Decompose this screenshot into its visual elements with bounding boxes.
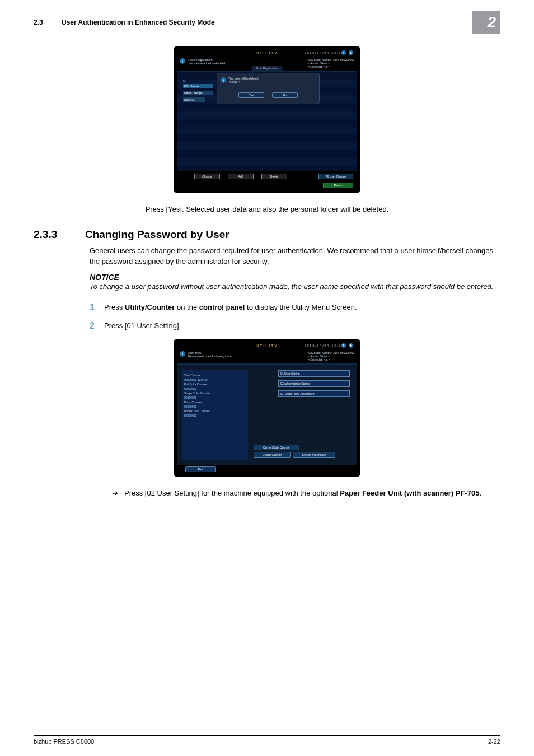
yes-button[interactable]: Yes <box>238 92 264 98</box>
printer-total-label: Printer Total Counter <box>184 409 246 413</box>
substep: Press [02 User Setting] for the machine … <box>112 488 500 499</box>
counter-panel: Total Counter 00000000 10/04/04 Full Col… <box>182 370 248 460</box>
help-icon[interactable]: ? <box>341 343 346 348</box>
black-value: 00000000 <box>184 405 246 408</box>
section-number: 2.3 <box>34 18 43 26</box>
subsection-title: Changing Password by User <box>85 228 229 240</box>
intro-paragraph: General users can change the password re… <box>90 245 500 267</box>
utility-title: UTILITY <box>256 344 278 348</box>
serial-label: M/C Serial Number: <box>308 351 332 354</box>
step-1: Press Utility/Counter on the control pan… <box>90 302 500 313</box>
footer-page: 2-22 <box>488 738 500 745</box>
exit-button[interactable]: Exit <box>185 466 216 472</box>
next-all-tag[interactable]: Next All <box>183 97 205 102</box>
details-counter-button[interactable]: Details Counter <box>254 452 291 458</box>
key-icon[interactable]: ✦ <box>349 50 353 55</box>
body-area: Total Counter 00000000 10/04/04 Full Col… <box>177 365 357 465</box>
info-icon: i <box>180 351 185 357</box>
no-button[interactable]: No <box>272 92 298 98</box>
subsection-heading: 2.3.3Changing Password by User <box>34 228 500 241</box>
notice-heading: NOTICE <box>90 273 500 282</box>
context-desc: User can be added and edited <box>188 62 225 65</box>
datetime: 2010/04/04 14:00 <box>305 51 344 54</box>
touch-panel-adjustment-button[interactable]: 03 Touch Panel Adjustment <box>278 390 350 397</box>
current-data-counter-button[interactable]: Current Data Counter <box>254 445 299 450</box>
page-footer: bizhub PRESS C8000 2-22 <box>34 735 500 745</box>
full-color-value: 00000000 <box>184 387 246 390</box>
body-area: User Registration No. 001 Name Name Chan… <box>177 72 357 171</box>
change-button[interactable]: Change <box>194 174 220 179</box>
subsection-number: 2.3.3 <box>34 228 85 241</box>
screenshot-utility-menu: UTILITY 2010/04/04 14:00 ? ✦ i Utility M… <box>174 339 360 477</box>
chapter-badge: 2 <box>472 11 500 34</box>
user-setting-button[interactable]: 01 User Setting <box>278 370 350 377</box>
return-button[interactable]: Return <box>323 183 353 188</box>
system-information-button[interactable]: System Information <box>293 452 335 458</box>
total-counter-value: 00000000 10/04/04 <box>184 378 246 381</box>
serial-value: A1RF001000000 <box>333 351 354 354</box>
meta-row: i Utility Menu Please select one of foll… <box>177 349 357 365</box>
row-001[interactable]: 001 Name <box>183 84 213 88</box>
single-color-value: 00000000 <box>184 396 246 399</box>
serial-value: A1RF001000000 <box>333 58 354 62</box>
steps-list: Press Utility/Counter on the control pan… <box>90 302 500 332</box>
printer-total-value: 00000000 <box>184 414 246 417</box>
key-icon[interactable]: ✦ <box>349 343 353 348</box>
datetime: 2010/04/04 14:00 <box>305 344 344 347</box>
ext-label: < Extension No. > ----- <box>308 358 354 361</box>
header-section: 2.3 User Authentication in Enhanced Secu… <box>34 18 215 26</box>
single-color-label: Single Color Counter <box>184 391 246 395</box>
section-tab: User Registration <box>252 66 283 71</box>
screenshot-user-registration: UTILITY 2010/04/04 14:00 ? ✦ i < User Re… <box>174 46 360 193</box>
total-counter-label: Total Counter <box>184 374 246 377</box>
caption-1: Press [Yes]. Selected user data and also… <box>34 204 500 215</box>
col-no: No. <box>183 80 217 83</box>
help-icon[interactable]: ? <box>341 50 346 55</box>
step-2: Press [01 User Setting]. <box>90 320 500 332</box>
name-change-tag[interactable]: Name Change <box>183 91 213 95</box>
dialog-message-row: i This user will be deleted. Yes/No ? <box>221 77 316 83</box>
bottom-bar: Change Add Delete All User Change <box>177 171 357 181</box>
notice-text: To change a user password without user a… <box>90 282 500 292</box>
screenshot-titlebar: UTILITY 2010/04/04 14:00 ? ✦ <box>177 343 357 349</box>
add-button[interactable]: Add <box>228 174 254 179</box>
ext-label: < Extension No. > ----- <box>308 65 354 68</box>
confirm-dialog: i This user will be deleted. Yes/No ? Ye… <box>217 73 320 104</box>
administrator-setting-button[interactable]: 02 Administrator Setting <box>278 380 350 387</box>
page-header: 2.3 User Authentication in Enhanced Secu… <box>34 11 500 35</box>
delete-button[interactable]: Delete <box>261 174 287 179</box>
black-label: Black Counter <box>184 400 246 404</box>
info-icon: i <box>221 77 226 83</box>
full-color-label: Full Color Counter <box>184 382 246 386</box>
info-icon: i <box>180 58 185 64</box>
context-desc: Please select one of following items <box>188 354 232 358</box>
footer-model: bizhub PRESS C8000 <box>34 738 94 745</box>
left-column: No. 001 Name Name Change Next All <box>183 80 217 104</box>
section-title: User Authentication in Enhanced Security… <box>62 18 215 26</box>
utility-title: UTILITY <box>256 51 278 55</box>
dialog-text: This user will be deleted. Yes/No ? <box>228 77 259 83</box>
all-user-change-button[interactable]: All User Change <box>318 174 353 179</box>
screenshot-titlebar: UTILITY 2010/04/04 14:00 ? ✦ <box>177 50 357 56</box>
